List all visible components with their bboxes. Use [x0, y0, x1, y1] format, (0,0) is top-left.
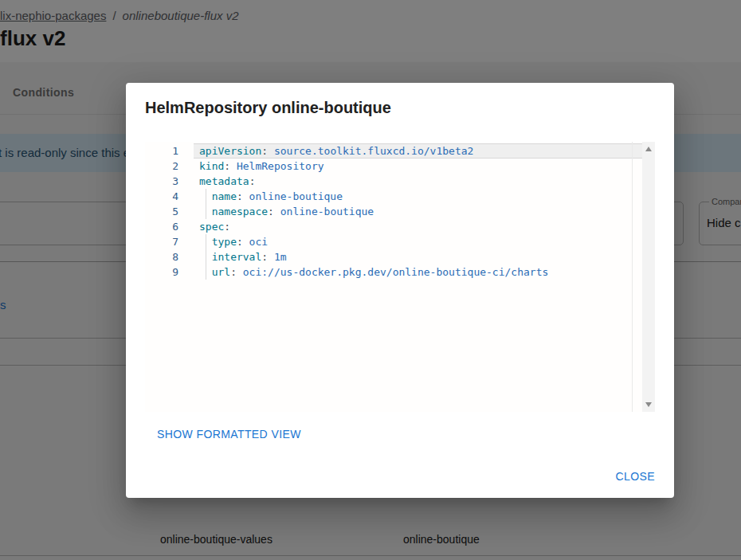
yaml-key: namespace [212, 206, 268, 217]
line-number: 5 [145, 204, 178, 219]
line-number: 4 [145, 189, 178, 204]
yaml-colon: : [224, 160, 230, 172]
yaml-key: metadata [199, 175, 249, 187]
yaml-colon: : [224, 221, 230, 233]
indent-guide [206, 264, 206, 280]
yaml-key: spec [199, 221, 224, 233]
code-line: spec: [194, 219, 642, 234]
yaml-colon: : [230, 266, 237, 278]
editor-print-margin [632, 142, 633, 412]
yaml-key: name [212, 190, 237, 202]
scroll-up-icon[interactable] [645, 147, 652, 151]
scroll-down-icon[interactable] [645, 402, 652, 407]
yaml-colon: : [261, 251, 268, 263]
code-line: apiVersion: source.toolkit.fluxcd.io/v1b… [194, 143, 642, 159]
yaml-key: type [212, 236, 237, 248]
yaml-colon: : [249, 175, 256, 187]
yaml-colon: : [261, 145, 268, 157]
line-number: 2 [145, 159, 178, 174]
code-line: namespace: online-boutique [194, 204, 642, 219]
code-line: metadata: [194, 174, 642, 189]
indent-guide [206, 204, 206, 219]
yaml-value: oci://us-docker.pkg.dev/online-boutique-… [237, 266, 548, 278]
close-button[interactable]: CLOSE [616, 470, 655, 483]
yaml-value: source.toolkit.fluxcd.io/v1beta2 [268, 145, 473, 157]
code-line: url: oci://us-docker.pkg.dev/online-bout… [194, 264, 642, 280]
code-line: kind: HelmRepository [194, 159, 642, 174]
yaml-key: kind [199, 160, 224, 172]
line-number: 8 [145, 249, 178, 264]
code-line: type: oci [194, 234, 642, 249]
show-formatted-view-button[interactable]: SHOW FORMATTED VIEW [157, 428, 301, 441]
yaml-colon: : [237, 190, 243, 202]
line-number: 1 [145, 143, 178, 159]
indent-guide [206, 234, 206, 249]
yaml-key: url [212, 266, 230, 278]
helm-repository-dialog: HelmRepository online-boutique 123456789… [126, 83, 674, 498]
code-line: name: online-boutique [194, 189, 642, 204]
yaml-value: online-boutique [243, 190, 343, 202]
code-line: interval: 1m [194, 249, 642, 264]
yaml-colon: : [268, 206, 274, 217]
line-number: 7 [145, 234, 178, 249]
yaml-code-editor[interactable]: 123456789 apiVersion: source.toolkit.flu… [145, 142, 655, 412]
indent-guide [206, 189, 206, 204]
yaml-value: oci [243, 236, 268, 248]
line-number: 9 [145, 264, 178, 280]
yaml-value: online-boutique [274, 206, 374, 217]
yaml-value: 1m [268, 251, 286, 263]
yaml-key: interval [212, 251, 262, 263]
indent-guide [206, 249, 206, 264]
yaml-colon: : [237, 236, 243, 248]
line-number: 3 [145, 174, 178, 189]
yaml-key: apiVersion [199, 145, 261, 157]
editor-gutter: 123456789 [145, 143, 178, 280]
line-number: 6 [145, 219, 178, 234]
yaml-value: HelmRepository [230, 160, 323, 172]
editor-code: apiVersion: source.toolkit.fluxcd.io/v1b… [194, 143, 642, 280]
editor-scrollbar[interactable] [642, 142, 655, 412]
dialog-title: HelmRepository online-boutique [145, 99, 391, 117]
